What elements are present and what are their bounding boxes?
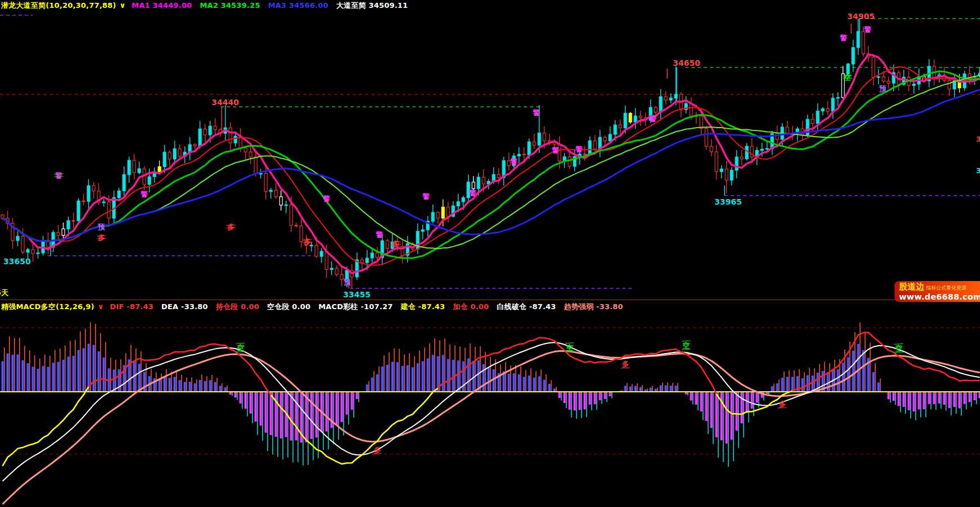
dropdown-arrow-icon[interactable]: ∨ [98, 302, 104, 311]
watermark-brand: 股道边 [899, 282, 924, 292]
svg-text:空: 空 [237, 343, 245, 352]
left-edge-day-label: 5天 [0, 288, 8, 298]
readout-6: 加仓 0.00 [453, 302, 489, 311]
macd-chart-svg: 空多空多空多空 [0, 0, 980, 507]
macd-indicator-header: 精强MACD多空(12,26,9)∨ DIF -87.43DEA -33.80持… [1, 302, 635, 312]
readout-2: 持仓段 0.00 [216, 302, 259, 311]
macd-readouts: DIF -87.43DEA -33.80持仓段 0.00空仓段 0.00MACD… [110, 302, 631, 311]
watermark-badge: 股道边指标公式量化资源 www.de6688.com [894, 281, 980, 302]
watermark-tagline: 指标公式量化资源 [926, 285, 966, 291]
main-indicator-title[interactable]: 潜龙大道至简(10,20,30,77,88) [1, 1, 116, 10]
main-indicator-header: 潜龙大道至简(10,20,30,77,88)∨ MA1 34449.00MA2 … [1, 1, 419, 11]
readout-1: DEA -33.80 [161, 302, 208, 311]
readout-5: 建仓 -87.43 [401, 302, 445, 311]
macd-indicator-title[interactable]: 精强MACD多空(12,26,9) [1, 302, 95, 311]
dropdown-arrow-icon[interactable]: ∨ [120, 1, 126, 10]
readout-4: MACD彩柱 -107.27 [318, 302, 393, 311]
readout-2: MA3 34566.00 [268, 1, 328, 10]
readout-7: 白线破仓 -87.43 [497, 302, 556, 311]
readout-8: 趋势强弱 -33.80 [564, 302, 623, 311]
ma-readouts: MA1 34449.00MA2 34539.25MA3 34566.00大道至简… [132, 1, 416, 10]
stock-charting-app: { "header_main": { "title": "潜龙大道至简(10,2… [0, 0, 980, 507]
svg-text:多: 多 [374, 446, 381, 454]
svg-text:多: 多 [779, 400, 786, 408]
watermark-url[interactable]: www.de6688.com [899, 292, 978, 301]
svg-text:空: 空 [683, 341, 690, 350]
readout-1: MA2 34539.25 [200, 1, 260, 10]
readout-0: DIF -87.43 [110, 302, 154, 311]
svg-text:空: 空 [896, 344, 903, 352]
macd-lines-layer [3, 333, 980, 505]
readout-3: 空仓段 0.00 [267, 302, 311, 311]
panel-separator [0, 300, 980, 300]
readout-0: MA1 34449.00 [132, 1, 192, 10]
svg-text:空: 空 [567, 343, 574, 352]
macd-chart-canvas[interactable]: 空多空多空多空 [0, 0, 980, 507]
readout-3: 大道至简 34509.11 [336, 1, 408, 10]
macd-histogram-layer [1, 322, 980, 467]
svg-text:多: 多 [622, 360, 630, 368]
